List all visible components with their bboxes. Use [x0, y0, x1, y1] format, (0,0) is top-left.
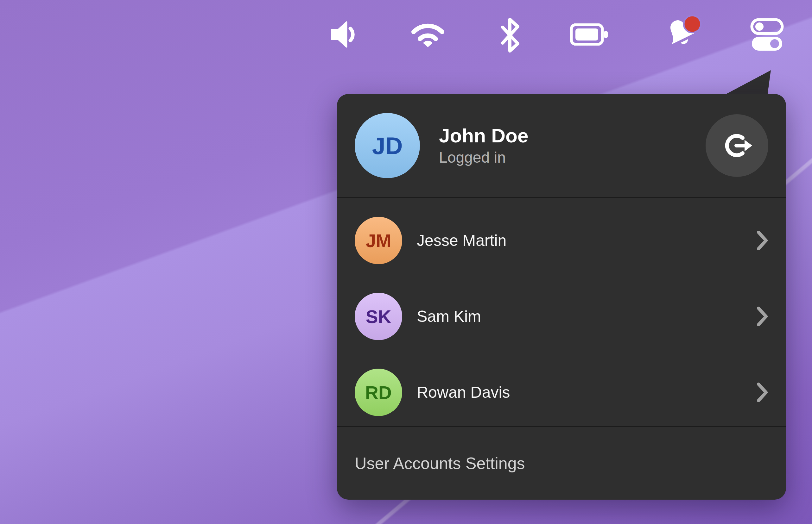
user-row-rowan-davis[interactable]: RD Rowan Davis	[337, 355, 786, 430]
current-user-name: John Doe	[439, 125, 528, 146]
quick-settings-toggles-icon[interactable]	[750, 18, 784, 52]
notification-badge	[684, 16, 701, 33]
user-row-sam-kim[interactable]: SK Sam Kim	[337, 278, 786, 355]
chevron-right-icon	[756, 306, 768, 327]
chevron-right-icon	[756, 230, 768, 251]
avatar-initials: SK	[366, 306, 392, 327]
battery-icon[interactable]	[570, 23, 609, 46]
popup-tail	[719, 67, 776, 97]
current-user-status: Logged in	[439, 150, 528, 165]
bluetooth-icon[interactable]	[499, 18, 521, 52]
user-accounts-popup: JD John Doe Logged in JM	[337, 94, 786, 500]
user-row-jesse-martin[interactable]: JM Jesse Martin	[337, 202, 786, 278]
wifi-icon[interactable]	[410, 20, 446, 47]
logout-button[interactable]	[705, 114, 768, 177]
user-accounts-settings-label: User Accounts Settings	[355, 454, 525, 473]
avatar-sam-kim: SK	[355, 293, 402, 340]
chevron-right-icon	[756, 382, 768, 403]
notification-bell-icon[interactable]	[661, 15, 702, 56]
volume-icon[interactable]	[331, 21, 355, 48]
logout-icon	[722, 130, 752, 161]
user-name: Sam Kim	[417, 307, 481, 326]
desktop-wallpaper: JD John Doe Logged in JM	[0, 0, 812, 524]
avatar-initials: JM	[366, 230, 392, 251]
avatar-initials: JD	[372, 132, 402, 160]
avatar-jesse-martin: JM	[355, 217, 402, 264]
user-list: JM Jesse Martin SK Sam Kim	[337, 198, 786, 426]
avatar-current-user: JD	[355, 113, 420, 178]
current-user-header: JD John Doe Logged in	[337, 94, 786, 197]
user-accounts-settings-item[interactable]: User Accounts Settings	[337, 427, 786, 500]
user-name: Rowan Davis	[417, 383, 510, 402]
user-name: Jesse Martin	[417, 231, 506, 250]
avatar-rowan-davis: RD	[355, 369, 402, 416]
avatar-initials: RD	[365, 382, 392, 403]
